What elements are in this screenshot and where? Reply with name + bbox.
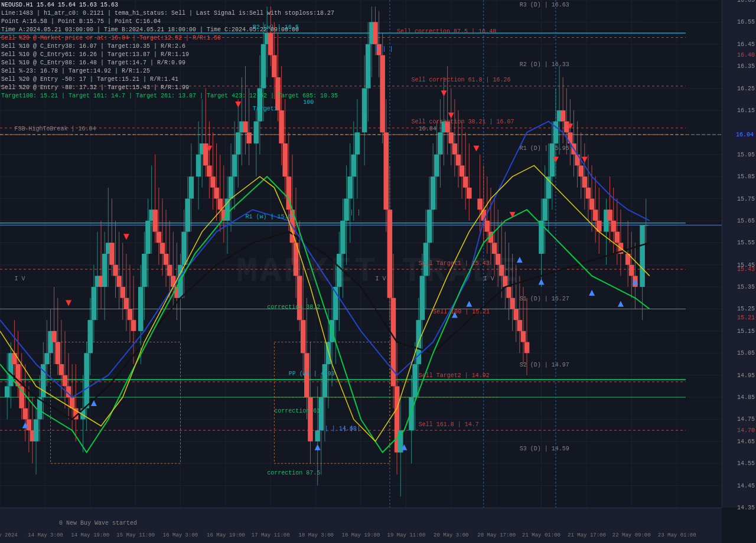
chart-container: NEOUSD.H1 15.64 15.64 15.63 15.63 Line:1… xyxy=(0,0,756,543)
info-line10: Sell %20 @ Entry -50: 17 | Target:15.21 … xyxy=(1,76,338,84)
info-line6: Sell %10 @ C_Entry38: 16.07 | Target:10.… xyxy=(1,42,338,51)
info-line4: Time A:2024.05.21 03:00:00 | Time B:2024… xyxy=(1,26,338,34)
new-wave-label: 0 New Buy Wave started xyxy=(59,520,137,526)
info-line8: Sell %10 @ C_Entry88: 16.48 | Target:14.… xyxy=(1,59,338,67)
info-line5: Sell %20 @ Market price or at: 16.04 | T… xyxy=(1,34,338,42)
symbol-line: NEOUSD.H1 15.64 15.64 15.63 15.63 xyxy=(1,1,338,9)
info-line9: Sell %-23: 16.78 | Target:14.92 | R/R:1.… xyxy=(1,67,338,76)
price-scale: 16.6516.5516.4516.4016.3516.2516.1516.04… xyxy=(722,0,756,508)
info-line2: Line:1483 | h1_atr_c0: 0.2121 | tema_h1_… xyxy=(1,9,338,18)
info-line3: Point A:16.58 | Point B:15.75 | Point C:… xyxy=(1,18,338,26)
info-panel: NEOUSD.H1 15.64 15.64 15.63 15.63 Line:1… xyxy=(1,1,338,100)
info-line7: Sell %10 @ C_Entry61: 16.26 | Target:13.… xyxy=(1,51,338,59)
info-line11: Sell %20 @ Entry -88: 17.32 | Target:15.… xyxy=(1,84,338,92)
info-line12: Target100: 15.21 | Target 161: 14.7 | Ta… xyxy=(1,92,338,100)
